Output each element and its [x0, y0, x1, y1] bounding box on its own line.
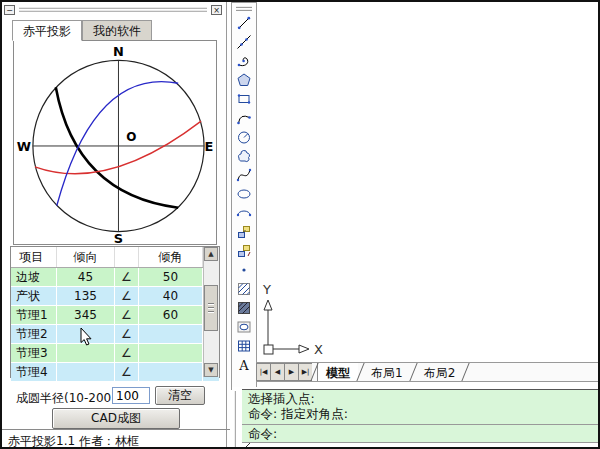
tab-layout1[interactable]: 布局1 — [363, 363, 411, 381]
make-block-icon[interactable] — [232, 241, 256, 260]
hatch-icon[interactable] — [232, 279, 256, 298]
row-item-label: 边坡 — [11, 268, 57, 286]
angle-icon: ∠ — [115, 268, 139, 286]
ellipse-arc-icon[interactable] — [232, 203, 256, 222]
angle-icon: ∠ — [115, 325, 139, 343]
mouse-cursor — [80, 328, 92, 346]
rectangle-icon[interactable] — [232, 89, 256, 108]
command-input-line[interactable]: 命令: — [242, 425, 600, 443]
dip-angle-cell[interactable] — [139, 325, 203, 343]
resize-grip-icon — [242, 443, 251, 449]
angle-icon: ∠ — [115, 287, 139, 305]
row-item-label: 节理2 — [11, 325, 57, 343]
version-status: 赤平投影1.1 作者：林框 — [2, 429, 230, 449]
angle-icon: ∠ — [115, 306, 139, 324]
header-spacer — [115, 247, 139, 267]
tab-nav-next-icon[interactable]: ▶ — [284, 363, 298, 381]
revision-cloud-icon[interactable] — [232, 146, 256, 165]
stereonet-palette: − × 赤平投影 我的软件 N S W E O — [2, 2, 227, 447]
header-item: 项目 — [11, 247, 57, 267]
polygon-icon[interactable] — [232, 70, 256, 89]
table-scrollbar[interactable]: ▲ ▼ — [203, 247, 219, 377]
table-row[interactable]: 节理4 ∠ — [11, 363, 219, 382]
titlebar-grip[interactable] — [19, 6, 207, 13]
multiline-text-icon[interactable]: A — [232, 355, 256, 374]
tab-layout2[interactable]: 布局2 — [416, 363, 464, 381]
dip-angle-cell[interactable]: 40 — [139, 287, 203, 305]
command-history-line: 选择插入点: — [248, 391, 600, 406]
table-icon[interactable] — [232, 336, 256, 355]
dip-direction-cell[interactable]: 345 — [57, 306, 115, 324]
construction-line-icon[interactable] — [232, 32, 256, 51]
dip-direction-cell[interactable] — [57, 344, 115, 362]
angle-icon: ∠ — [115, 363, 139, 381]
ellipse-icon[interactable] — [232, 184, 256, 203]
east-label: E — [205, 139, 214, 154]
tab-nav-first-icon[interactable]: |◀ — [256, 363, 270, 381]
west-label: W — [17, 139, 31, 154]
tab-my-software[interactable]: 我的软件 — [82, 20, 152, 41]
command-window: 选择插入点: 命令: 指定对角点: 命令: — [232, 387, 600, 449]
row-item-label: 节理1 — [11, 306, 57, 324]
command-history: 选择插入点: 命令: 指定对角点: — [242, 389, 600, 425]
dip-angle-cell[interactable] — [139, 363, 203, 381]
arc-icon[interactable] — [232, 108, 256, 127]
row-item-label: 节理4 — [11, 363, 57, 381]
ucs-x-label: X — [314, 342, 323, 357]
row-item-label: 产状 — [11, 287, 57, 305]
tab-nav-prev-icon[interactable]: ◀ — [270, 363, 284, 381]
cad-draw-button[interactable]: CAD成图 — [52, 408, 180, 429]
palette-tab-bar: 赤平投影 我的软件 — [12, 20, 152, 41]
center-label: O — [126, 130, 136, 144]
tab-nav-last-icon[interactable]: ▶| — [298, 363, 312, 381]
dip-angle-cell[interactable] — [139, 344, 203, 362]
header-dip-angle: 倾角 — [139, 247, 203, 267]
radius-label: 成圆半径(10-200) — [16, 390, 116, 407]
region-icon[interactable] — [232, 317, 256, 336]
ucs-y-label: Y — [262, 282, 271, 297]
tab-stereonet[interactable]: 赤平投影 — [12, 20, 82, 41]
table-row[interactable]: 边坡 45 ∠ 50 — [11, 268, 219, 287]
clear-button[interactable]: 清空 — [155, 386, 205, 405]
dip-direction-cell[interactable] — [57, 363, 115, 381]
scroll-down-icon[interactable]: ▼ — [204, 363, 218, 377]
spline-icon[interactable] — [232, 165, 256, 184]
draw-toolbar: A — [231, 2, 257, 390]
gradient-icon[interactable] — [232, 298, 256, 317]
scroll-up-icon[interactable]: ▲ — [204, 247, 218, 261]
table-header: 项目 倾向 倾角 — [11, 247, 219, 268]
ucs-icon: Y X — [257, 278, 332, 360]
angle-icon: ∠ — [115, 344, 139, 362]
circle-icon[interactable] — [232, 127, 256, 146]
palette-titlebar[interactable]: − × — [4, 3, 222, 16]
dip-direction-cell[interactable]: 135 — [57, 287, 115, 305]
table-row[interactable]: 节理2 ∠ — [11, 325, 219, 344]
minimize-icon[interactable]: − — [4, 5, 15, 15]
south-label: S — [114, 231, 123, 244]
dip-angle-cell[interactable]: 50 — [139, 268, 203, 286]
scrollbar-thumb[interactable] — [204, 285, 218, 331]
table-row[interactable]: 产状 135 ∠ 40 — [11, 287, 219, 306]
stereonet-plot: N S W E O — [13, 40, 217, 245]
dip-angle-cell[interactable]: 60 — [139, 306, 203, 324]
toolbar-grip[interactable] — [236, 5, 252, 12]
row-item-label: 节理3 — [11, 344, 57, 362]
radius-input[interactable] — [112, 387, 150, 404]
table-row[interactable]: 节理1 345 ∠ 60 — [11, 306, 219, 325]
svg-text:A: A — [238, 358, 249, 373]
slope-arc — [56, 87, 178, 207]
line-icon[interactable] — [232, 13, 256, 32]
command-history-line: 命令: 指定对角点: — [248, 406, 600, 421]
dip-direction-cell[interactable]: 45 — [57, 268, 115, 286]
orientation-table: 项目 倾向 倾角 边坡 45 ∠ 50 产状 135 ∠ 40 节理1 345 … — [10, 246, 220, 378]
polyline-icon[interactable] — [232, 51, 256, 70]
header-dip-direction: 倾向 — [57, 247, 115, 267]
table-row[interactable]: 节理3 ∠ — [11, 344, 219, 363]
insert-block-icon[interactable] — [232, 222, 256, 241]
north-label: N — [113, 44, 124, 59]
tab-model[interactable]: 模型 — [317, 363, 358, 381]
close-icon[interactable]: × — [211, 5, 222, 15]
layout-tab-bar: |◀ ◀ ▶ ▶| 模型 布局1 布局2 — [256, 362, 600, 382]
point-icon[interactable] — [232, 260, 256, 279]
command-window-grip[interactable] — [234, 391, 240, 441]
